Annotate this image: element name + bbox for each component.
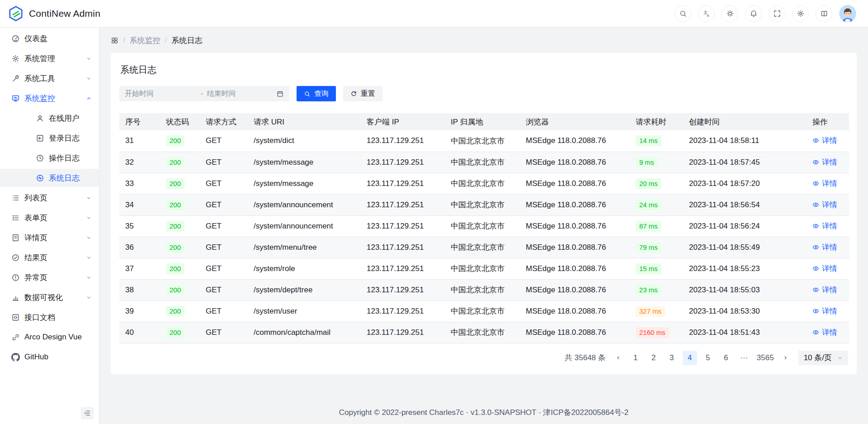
chevron-down-icon xyxy=(86,56,92,62)
sidebar-item-system-monitor[interactable]: 系统监控 xyxy=(0,89,99,107)
cell-browser: MSEdge 118.0.2088.76 xyxy=(520,322,630,343)
cell-action: 详情 xyxy=(807,194,849,215)
monitor-icon xyxy=(11,94,20,103)
detail-link[interactable]: 详情 xyxy=(812,263,837,274)
cell-no: 32 xyxy=(119,152,160,173)
previous-page-button[interactable] xyxy=(612,351,625,365)
next-page-button[interactable] xyxy=(779,351,792,365)
sidebar-item-label: 登录日志 xyxy=(49,133,92,143)
app-logo[interactable]: ContiNew Admin xyxy=(8,5,100,22)
pagination-page[interactable]: 5 xyxy=(701,351,715,365)
detail-link[interactable]: 详情 xyxy=(812,135,837,146)
code-doc-icon xyxy=(11,313,20,322)
cell-no: 34 xyxy=(119,194,160,215)
detail-link[interactable]: 详情 xyxy=(812,306,837,316)
cell-elapsed: 23 ms xyxy=(630,279,683,300)
notifications-button[interactable] xyxy=(745,5,762,22)
cell-client-ip: 123.117.129.251 xyxy=(361,300,445,322)
detail-link[interactable]: 详情 xyxy=(812,327,837,338)
sidebar-item-list-page[interactable]: 列表页 xyxy=(0,189,99,207)
date-range-input[interactable]: 开始时间 - 结束时间 xyxy=(119,86,289,101)
pagination-page[interactable]: 1 xyxy=(628,351,643,365)
sidebar-item-system-log[interactable]: 系统日志 xyxy=(0,169,99,187)
sidebar-item-form-page[interactable]: 表单页 xyxy=(0,209,99,227)
sidebar-item-system-management[interactable]: 系统管理 xyxy=(0,49,99,67)
reset-button[interactable]: 重置 xyxy=(343,86,382,101)
sidebar-item-result-page[interactable]: 结果页 xyxy=(0,248,99,267)
book-icon xyxy=(820,10,828,18)
sidebar-item-label: 操作日志 xyxy=(49,153,92,163)
sidebar-item-dashboard[interactable]: 仪表盘 xyxy=(0,29,99,48)
user-icon xyxy=(35,114,44,123)
cell-no: 31 xyxy=(119,130,160,152)
language-icon: 文A xyxy=(703,10,711,18)
docs-button[interactable] xyxy=(816,5,832,22)
page-size-select[interactable]: 10 条/页 xyxy=(798,351,848,365)
elapsed-badge: 23 ms xyxy=(636,285,661,295)
sidebar-item-data-viz[interactable]: 数据可视化 xyxy=(0,288,99,306)
language-button[interactable]: 文A xyxy=(698,5,715,22)
sidebar-item-system-tools[interactable]: 系统工具 xyxy=(0,69,99,87)
detail-link[interactable]: 详情 xyxy=(812,285,837,295)
table-row: 31 200 GET /system/dict 123.117.129.251 … xyxy=(119,130,849,152)
table-row: 36 200 GET /system/menu/tree 123.117.129… xyxy=(119,237,849,258)
sidebar-item-arco-design-vue[interactable]: Arco Design Vue xyxy=(0,328,99,346)
collapse-sidebar-button[interactable] xyxy=(81,407,94,419)
column-header: 创建时间 xyxy=(683,113,807,130)
cell-region: 中国北京北京市 xyxy=(445,173,520,194)
chevron-down-icon xyxy=(86,215,92,221)
cell-action: 详情 xyxy=(807,152,849,173)
fullscreen-button[interactable] xyxy=(769,5,785,22)
detail-link[interactable]: 详情 xyxy=(812,200,837,210)
pagination-page[interactable]: 6 xyxy=(719,351,733,365)
settings-button[interactable] xyxy=(792,5,809,22)
search-button[interactable]: 查询 xyxy=(297,86,336,101)
cell-uri: /system/message xyxy=(248,152,361,173)
cell-created: 2023-11-04 18:56:24 xyxy=(683,215,807,237)
cell-browser: MSEdge 118.0.2088.76 xyxy=(520,215,630,237)
cell-browser: MSEdge 118.0.2088.76 xyxy=(520,279,630,300)
sidebar-item-login-log[interactable]: 登录日志 xyxy=(0,129,99,147)
cell-method: GET xyxy=(200,152,248,173)
search-button[interactable] xyxy=(675,5,691,22)
sidebar-item-detail-page[interactable]: 详情页 xyxy=(0,229,99,247)
sidebar-item-operation-log[interactable]: 操作日志 xyxy=(0,149,99,167)
detail-link[interactable]: 详情 xyxy=(812,157,837,167)
pagination-page[interactable]: 2 xyxy=(646,351,661,365)
cell-elapsed: 87 ms xyxy=(630,215,683,237)
cell-created: 2023-11-04 18:53:30 xyxy=(683,300,807,322)
breadcrumb-separator: / xyxy=(123,36,125,45)
chevron-right-icon xyxy=(783,355,788,361)
breadcrumb-item[interactable]: 系统监控 xyxy=(130,35,160,46)
sidebar-item-github[interactable]: GitHub xyxy=(0,348,99,366)
apps-icon[interactable] xyxy=(111,37,118,44)
detail-link[interactable]: 详情 xyxy=(812,221,837,231)
bar-chart-icon xyxy=(11,293,20,302)
detail-link[interactable]: 详情 xyxy=(812,178,837,189)
table-row: 34 200 GET /system/announcement 123.117.… xyxy=(119,194,849,215)
sidebar-item-exception-page[interactable]: 异常页 xyxy=(0,268,99,286)
menu-fold-icon xyxy=(84,410,91,417)
activity-icon xyxy=(35,174,44,182)
user-avatar[interactable] xyxy=(839,5,856,22)
pagination-page[interactable]: 3 xyxy=(665,351,679,365)
github-icon xyxy=(11,353,20,362)
filter-row: 开始时间 - 结束时间 查询 重置 xyxy=(119,86,848,101)
detail-link[interactable]: 详情 xyxy=(812,242,837,252)
pagination-page-current[interactable]: 4 xyxy=(683,351,697,365)
cell-elapsed: 9 ms xyxy=(630,152,683,173)
app-title: ContiNew Admin xyxy=(29,8,100,19)
status-badge: 200 xyxy=(166,263,184,274)
sidebar-item-online-users[interactable]: 在线用户 xyxy=(0,109,99,127)
chevron-down-icon xyxy=(86,235,92,241)
column-header: 请求耗时 xyxy=(630,113,683,130)
pagination-page[interactable]: 3565 xyxy=(755,351,776,365)
pagination-page[interactable]: ··· xyxy=(737,351,751,365)
sidebar-item-api-doc[interactable]: 接口文档 xyxy=(0,308,99,326)
table-row: 39 200 GET /system/user 123.117.129.251 … xyxy=(119,300,849,322)
breadcrumb-item: 系统日志 xyxy=(171,35,202,46)
cell-no: 37 xyxy=(119,258,160,279)
cell-created: 2023-11-04 18:55:23 xyxy=(683,258,807,279)
elapsed-badge: 9 ms xyxy=(636,157,658,168)
theme-button[interactable] xyxy=(722,5,738,22)
